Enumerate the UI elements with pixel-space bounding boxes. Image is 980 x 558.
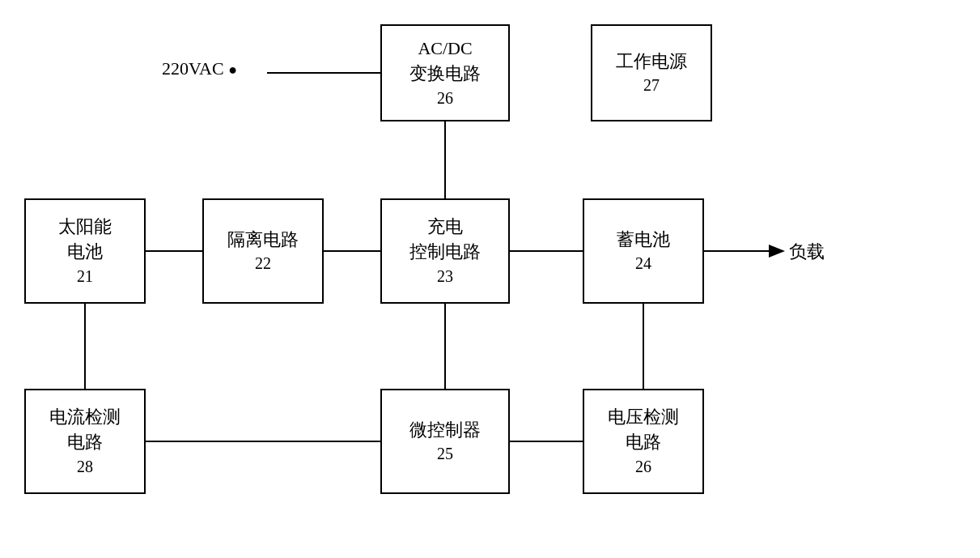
block-solar-label: 太阳能电池 [58,215,112,265]
block-micro-label: 微控制器 [409,418,481,443]
block-current-detect: 电流检测电路 28 [24,389,146,494]
block-storage-battery: 蓄电池 24 [583,198,704,304]
block-voltage-num: 26 [635,455,651,478]
block-current-num: 28 [77,455,93,478]
block-isolation-label: 隔离电路 [227,228,299,253]
block-work-power-num: 27 [643,74,660,96]
block-charge-num: 23 [437,265,453,288]
block-solar-battery: 太阳能电池 21 [24,198,146,304]
block-storage-label: 蓄电池 [617,228,670,253]
block-charge-label: 充电控制电路 [409,215,481,265]
svg-marker-6 [769,245,785,258]
diagram-container: 220VAC ● 负载 AC/DC变换电路 26 工作电源 27 太阳能电池 2… [0,0,980,558]
block-charge-control: 充电控制电路 23 [380,198,510,304]
block-work-power-label: 工作电源 [616,49,687,75]
label-220vac: 220VAC ● [162,58,237,79]
block-current-label: 电流检测电路 [49,405,121,455]
label-load: 负载 [789,240,825,264]
block-acdc-label: AC/DC变换电路 [409,36,481,87]
block-isolation: 隔离电路 22 [202,198,324,304]
block-storage-num: 24 [635,252,651,275]
vac-dot: ● [228,62,237,78]
block-voltage-label: 电压检测电路 [608,405,679,455]
block-isolation-num: 22 [255,252,271,275]
block-acdc-num: 26 [437,87,453,109]
vac-text: 220VAC [162,58,224,79]
block-voltage-detect: 电压检测电路 26 [583,389,704,494]
block-work-power: 工作电源 27 [591,24,712,121]
block-acdc: AC/DC变换电路 26 [380,24,510,121]
block-solar-num: 21 [77,265,93,288]
load-text: 负载 [789,241,825,262]
block-microcontroller: 微控制器 25 [380,389,510,494]
block-micro-num: 25 [437,442,453,465]
